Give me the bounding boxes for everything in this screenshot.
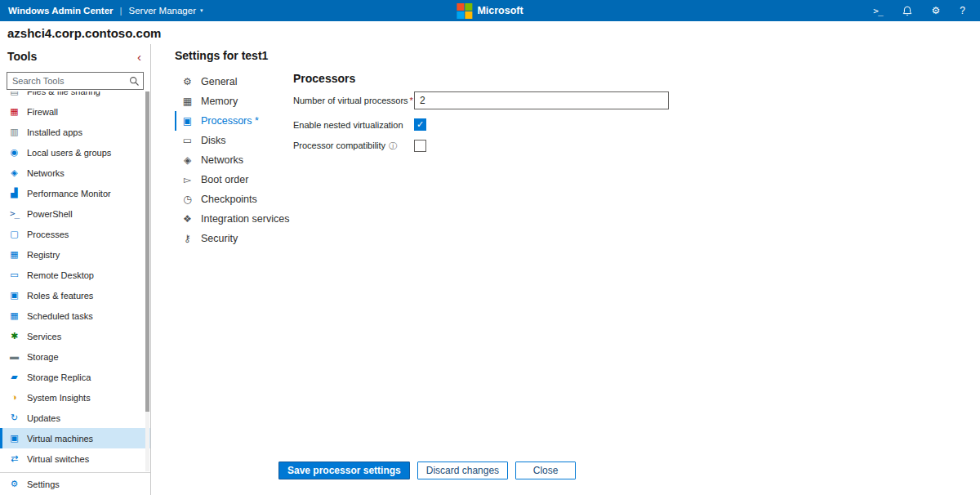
files-icon: ▤	[9, 91, 20, 96]
tool-item-networks[interactable]: ◈ Networks	[0, 163, 150, 183]
processor-compatibility-row: Processor compatibilityⓘ	[293, 140, 980, 152]
terminal-icon[interactable]: >_	[873, 6, 882, 16]
tool-item-label: Updates	[27, 413, 60, 423]
nav-item-label: Security	[201, 233, 238, 244]
virtual-processor-count-row: Number of virtual processors*	[293, 91, 980, 109]
settings-nav-memory[interactable]: ▦ Memory	[175, 91, 293, 111]
processors-section: Processors Number of virtual processors*…	[293, 72, 980, 248]
nested-virtualization-row: Enable nested virtualization ✓	[293, 118, 980, 131]
required-asterisk: *	[410, 96, 413, 105]
tool-item-installed-apps[interactable]: ▥ Installed apps	[0, 122, 150, 142]
nested-virtualization-label: Enable nested virtualization	[293, 120, 414, 130]
settings-nav-general[interactable]: ⚙ General	[175, 72, 293, 91]
discard-changes-button[interactable]: Discard changes	[417, 462, 508, 479]
tool-item-label: System Insights	[27, 393, 91, 403]
remote-desktop-icon: ▭	[9, 270, 20, 279]
virtual-machines-icon: ▣	[9, 434, 20, 443]
tool-item-system-insights[interactable]: ◑ System Insights	[0, 387, 150, 408]
settings-gear-icon[interactable]: ⚙	[932, 5, 941, 16]
tool-item-local-users-groups[interactable]: ◉ Local users & groups	[0, 142, 150, 163]
info-icon[interactable]: ⓘ	[389, 141, 397, 150]
performance-monitor-icon: ▟	[9, 189, 20, 198]
tool-item-processes[interactable]: ▢ Processes	[0, 224, 150, 244]
nav-item-label: Memory	[201, 96, 238, 107]
processor-compatibility-checkbox[interactable]	[414, 140, 426, 152]
settings-nav-disks[interactable]: ▭ Disks	[175, 131, 293, 150]
virtual-switches-icon: ⇄	[9, 454, 20, 463]
tool-item-label: Performance Monitor	[27, 189, 111, 198]
tool-item-virtual-machines[interactable]: ▣ Virtual machines	[0, 428, 150, 448]
tools-list: ▤ Files & file sharing ▦ Firewall ▥ Inst…	[0, 91, 150, 471]
settings-nav-processors[interactable]: ▣ Processors *	[175, 111, 293, 131]
nav-item-label: Networks	[201, 154, 243, 166]
tool-item-label: Files & file sharing	[27, 91, 100, 96]
save-processor-settings-button[interactable]: Save processor settings	[278, 462, 410, 479]
tool-item-storage[interactable]: ▬ Storage	[0, 346, 150, 367]
tool-item-label: Storage	[27, 352, 59, 362]
integration-services-icon: ❖	[181, 214, 194, 224]
firewall-icon: ▦	[9, 107, 20, 116]
nav-item-label: Checkpoints	[201, 194, 257, 205]
search-icon	[129, 75, 140, 90]
tool-item-storage-replica[interactable]: ▰ Storage Replica	[0, 367, 150, 387]
processor-icon: ▣	[181, 116, 194, 126]
tools-search-input[interactable]	[7, 72, 144, 90]
nav-item-label: Processors *	[201, 115, 259, 127]
storage-icon: ▬	[9, 352, 20, 361]
page-title: Settings for test1	[175, 49, 980, 62]
tool-item-performance-monitor[interactable]: ▟ Performance Monitor	[0, 183, 150, 203]
tool-item-powershell[interactable]: >_ PowerShell	[0, 203, 150, 224]
ms-square-red	[457, 3, 464, 11]
tool-item-firewall[interactable]: ▦ Firewall	[0, 101, 150, 122]
nav-item-label: Disks	[201, 135, 226, 146]
tool-item-label: PowerShell	[27, 209, 73, 219]
collapse-panel-icon[interactable]: ‹	[137, 51, 141, 63]
tools-search	[7, 72, 144, 90]
tool-item-label: Roles & features	[27, 291, 93, 301]
tool-item-scheduled-tasks[interactable]: ▦ Scheduled tasks	[0, 305, 150, 326]
settings-nav-networks[interactable]: ◈ Networks	[175, 150, 293, 170]
registry-icon: ▦	[9, 250, 20, 259]
tool-item-label: Installed apps	[27, 127, 82, 137]
help-icon[interactable]: ?	[960, 5, 965, 16]
ms-square-yellow	[465, 11, 472, 19]
settings-nav: ⚙ General ▦ Memory ▣ Processors * ▭ Disk…	[175, 72, 293, 248]
label-text: Number of virtual processors	[293, 96, 408, 105]
scheduled-tasks-icon: ▦	[9, 311, 20, 320]
ms-square-green	[465, 3, 472, 11]
tool-item-label: Registry	[27, 250, 60, 260]
close-button[interactable]: Close	[515, 462, 576, 479]
checkpoints-icon: ◷	[181, 194, 194, 204]
tool-item-services[interactable]: ✱ Services	[0, 326, 150, 346]
tool-item-label: Settings	[27, 479, 60, 489]
nested-virtualization-checkbox[interactable]: ✓	[414, 118, 426, 131]
tool-item-files-file-sharing[interactable]: ▤ Files & file sharing	[0, 91, 150, 101]
settings-nav-integration-services[interactable]: ❖ Integration services	[175, 209, 293, 229]
brand-name: Microsoft	[477, 5, 523, 16]
settings-nav-checkpoints[interactable]: ◷ Checkpoints	[175, 190, 293, 209]
nav-item-label: Boot order	[201, 174, 248, 185]
tool-item-label: Remote Desktop	[27, 270, 94, 280]
tool-item-label: Scheduled tasks	[27, 311, 93, 321]
gear-icon: ⚙	[181, 77, 194, 87]
tool-item-label: Processes	[27, 230, 69, 239]
settings-nav-boot-order[interactable]: ▻ Boot order	[175, 170, 293, 190]
settings-nav-security[interactable]: ⚷ Security	[175, 229, 293, 248]
tool-item-settings[interactable]: ⚙ Settings	[0, 472, 150, 495]
module-switcher[interactable]: Server Manager ▾	[129, 6, 203, 16]
check-icon: ✓	[416, 120, 424, 129]
disk-icon: ▭	[181, 136, 194, 145]
virtual-processor-count-input[interactable]	[414, 91, 669, 109]
notifications-icon[interactable]	[902, 6, 912, 16]
networks-icon: ◈	[9, 168, 20, 177]
tool-item-remote-desktop[interactable]: ▭ Remote Desktop	[0, 265, 150, 285]
tool-item-roles-features[interactable]: ▣ Roles & features	[0, 285, 150, 305]
tool-item-virtual-switches[interactable]: ⇄ Virtual switches	[0, 448, 150, 469]
hostname: azshci4.corp.contoso.com	[7, 26, 161, 40]
tool-item-registry[interactable]: ▦ Registry	[0, 244, 150, 265]
tool-item-label: Virtual machines	[27, 434, 93, 444]
tools-scrollbar-thumb[interactable]	[145, 91, 149, 412]
tool-item-updates[interactable]: ↻ Updates	[0, 408, 150, 428]
users-icon: ◉	[9, 148, 20, 157]
network-icon: ◈	[181, 155, 194, 165]
